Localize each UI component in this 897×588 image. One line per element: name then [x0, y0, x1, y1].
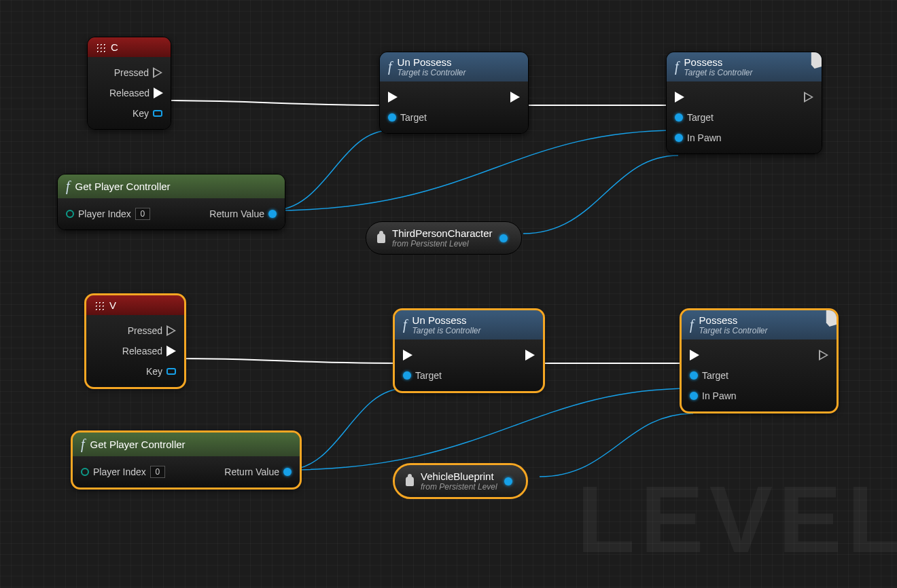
- actor-ref-icon: [377, 234, 385, 243]
- exec-in[interactable]: [690, 350, 699, 361]
- exec-out-released[interactable]: Released: [109, 88, 163, 98]
- node-input-event-c[interactable]: C Pressed Released Key: [87, 37, 171, 130]
- data-out[interactable]: [499, 234, 508, 242]
- exec-in[interactable]: [675, 92, 684, 103]
- node-header: f Un Possess Target is Controller: [395, 310, 543, 339]
- data-out-key[interactable]: Key: [133, 108, 162, 119]
- exec-in[interactable]: [388, 92, 398, 103]
- exec-out[interactable]: [510, 92, 520, 103]
- function-icon: f: [675, 59, 679, 75]
- node-title: Get Player Controller: [90, 439, 292, 450]
- node-title: C: [111, 41, 118, 53]
- blueprint-watermark: LEVEL: [577, 464, 897, 574]
- node-ref-thirdpersoncharacter[interactable]: ThirdPersonCharacter from Persistent Lev…: [366, 221, 522, 255]
- exec-out-released[interactable]: Released: [122, 346, 176, 356]
- exec-in[interactable]: [403, 350, 412, 361]
- data-out-return[interactable]: Return Value: [224, 466, 292, 477]
- node-header: f Get Player Controller: [58, 174, 285, 198]
- node-title: Un Possess: [412, 314, 535, 326]
- function-icon: f: [403, 317, 407, 333]
- exec-out[interactable]: [804, 92, 813, 103]
- node-header: f Possess Target is Controller: [682, 310, 837, 339]
- node-header: C: [88, 37, 171, 57]
- actor-ref-icon: [406, 477, 414, 486]
- data-in-player-index[interactable]: Player Index: [66, 208, 150, 220]
- node-title: Possess: [684, 56, 813, 68]
- node-header: V: [86, 295, 184, 315]
- data-out[interactable]: [504, 477, 512, 485]
- node-input-event-v[interactable]: V Pressed Released Key: [86, 295, 185, 388]
- ref-subtitle: from Persistent Level: [421, 482, 497, 492]
- node-header: f Possess Target is Controller: [667, 52, 822, 81]
- data-in-target[interactable]: Target: [403, 370, 442, 381]
- exec-out[interactable]: [819, 350, 828, 361]
- node-ref-vehicleblueprint[interactable]: VehicleBlueprint from Persistent Level: [394, 464, 527, 498]
- node-title: V: [109, 299, 116, 311]
- ref-title: VehicleBlueprint: [421, 471, 497, 482]
- node-possess-1[interactable]: f Possess Target is Controller Target In…: [666, 52, 822, 154]
- exec-out-pressed[interactable]: Pressed: [128, 325, 176, 336]
- node-unpossess-2[interactable]: f Un Possess Target is Controller Target: [394, 310, 544, 392]
- player-index-input[interactable]: [150, 466, 165, 478]
- data-out-key[interactable]: Key: [146, 366, 176, 377]
- node-subtitle: Target is Controller: [412, 326, 535, 335]
- data-in-inpawn[interactable]: In Pawn: [690, 390, 737, 401]
- node-unpossess-1[interactable]: f Un Possess Target is Controller Target: [379, 52, 529, 134]
- node-subtitle: Target is Controller: [699, 326, 828, 335]
- data-in-target[interactable]: Target: [675, 112, 714, 123]
- node-header: f Un Possess Target is Controller: [380, 52, 528, 81]
- node-header: f Get Player Controller: [73, 433, 300, 456]
- player-index-input[interactable]: [135, 208, 150, 220]
- data-out-return[interactable]: Return Value: [209, 208, 277, 219]
- function-icon: f: [690, 317, 694, 333]
- ref-subtitle: from Persistent Level: [392, 239, 493, 249]
- keyboard-icon: [96, 43, 105, 52]
- function-icon: f: [388, 59, 392, 75]
- data-in-target[interactable]: Target: [388, 112, 427, 123]
- node-subtitle: Target is Controller: [684, 68, 813, 77]
- node-get-player-controller-2[interactable]: f Get Player Controller Player Index Ret…: [72, 432, 300, 488]
- keyboard-icon: [94, 301, 104, 310]
- data-in-player-index[interactable]: Player Index: [81, 466, 165, 478]
- node-possess-2[interactable]: f Possess Target is Controller Target In…: [681, 310, 837, 412]
- ref-title: ThirdPersonCharacter: [392, 227, 493, 239]
- exec-out-pressed[interactable]: Pressed: [114, 67, 162, 78]
- function-icon: f: [81, 437, 85, 452]
- node-title: Un Possess: [398, 56, 520, 68]
- function-icon: f: [66, 179, 70, 194]
- node-get-player-controller-1[interactable]: f Get Player Controller Player Index Ret…: [57, 174, 285, 230]
- node-subtitle: Target is Controller: [398, 68, 520, 77]
- node-title: Possess: [699, 314, 828, 326]
- data-in-inpawn[interactable]: In Pawn: [675, 132, 722, 143]
- data-in-target[interactable]: Target: [690, 370, 728, 381]
- exec-out[interactable]: [525, 350, 535, 361]
- node-title: Get Player Controller: [75, 181, 277, 192]
